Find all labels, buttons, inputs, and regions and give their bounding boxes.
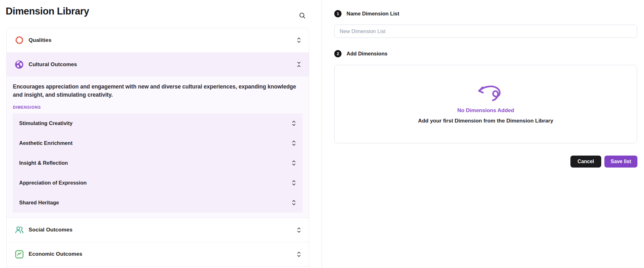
step-name-dimension-list: 1 Name Dimension List (334, 10, 399, 17)
save-list-button[interactable]: Save list (604, 156, 637, 168)
category-row-social-outcomes[interactable]: Social Outcomes (7, 218, 309, 242)
line-chart-icon (14, 249, 24, 259)
dimension-list-builder-screen: Dimension Library Qualities (0, 0, 644, 268)
empty-state-subtitle: Add your first Dimension from the Dimens… (418, 118, 553, 124)
category-row-cultural-outcomes[interactable]: Cultural Outcomes (7, 52, 309, 77)
dimension-row-aesthetic-enrichment[interactable]: Aesthetic Enrichment (13, 133, 303, 153)
category-label: Qualities (29, 37, 296, 43)
dimension-row-shared-heritage[interactable]: Shared Heritage (13, 193, 303, 213)
unfold-icon[interactable] (291, 120, 296, 127)
category-row-economic-outcomes[interactable]: Economic Outcomes (7, 242, 309, 266)
unfold-icon[interactable] (296, 227, 301, 233)
step-number-badge: 1 (334, 10, 341, 17)
step-add-dimensions: 2 Add Dimensions (334, 50, 387, 57)
people-icon (14, 225, 24, 235)
cultural-outcomes-panel: Encourages appreciation and engagement w… (7, 77, 309, 218)
category-section-cultural-outcomes: Cultural Outcomes Encourages appreciatio… (7, 52, 309, 218)
step-number-badge: 2 (334, 50, 341, 57)
builder-actions: Cancel Save list (334, 156, 637, 168)
unfold-icon[interactable] (291, 140, 296, 146)
dimension-row-stimulating-creativity[interactable]: Stimulating Creativity (13, 113, 303, 133)
dimensions-section-label: DIMENSIONS (13, 105, 303, 110)
dimension-list-name-input[interactable] (334, 25, 637, 38)
next-category-row-cutoff (7, 266, 309, 268)
globe-icon (14, 60, 24, 70)
dimensions-dropzone: No Dimensions Added Add your first Dimen… (334, 65, 637, 143)
dimension-row-insight-reflection[interactable]: Insight & Reflection (13, 153, 303, 173)
search-button[interactable] (297, 10, 308, 21)
dimension-library-card: Qualities (6, 28, 309, 268)
category-description: Encourages appreciation and engagement w… (13, 83, 302, 99)
dimension-library-pane: Dimension Library Qualities (0, 0, 322, 268)
unfold-icon[interactable] (296, 251, 301, 258)
dimension-name: Stimulating Creativity (19, 120, 291, 126)
category-label: Social Outcomes (29, 227, 296, 233)
dimension-list-builder-pane: 1 Name Dimension List 2 Add Dimensions N… (322, 0, 644, 268)
dimension-row-appreciation-of-expression[interactable]: Appreciation of Expression (13, 173, 303, 193)
dimension-name: Insight & Reflection (19, 160, 291, 166)
dimension-name: Aesthetic Enrichment (19, 140, 291, 146)
page-title: Dimension Library (6, 6, 89, 17)
empty-state-title: No Dimensions Added (457, 107, 514, 114)
unfold-icon[interactable] (296, 37, 301, 43)
category-label: Economic Outcomes (29, 251, 296, 257)
unfold-icon[interactable] (291, 160, 296, 166)
dimension-name: Appreciation of Expression (19, 180, 291, 186)
category-row-qualities[interactable]: Qualities (7, 28, 309, 52)
fold-icon[interactable] (296, 61, 301, 68)
seal-badge-icon (14, 35, 24, 45)
dimension-name: Shared Heritage (19, 200, 291, 206)
step-label: Add Dimensions (347, 51, 387, 57)
unfold-icon[interactable] (291, 199, 296, 206)
category-label: Cultural Outcomes (29, 61, 296, 68)
dimension-list: Stimulating Creativity Aesthetic Enrichm… (13, 113, 303, 213)
curly-arrow-icon (476, 84, 505, 103)
step-label: Name Dimension List (347, 11, 399, 17)
search-icon (298, 12, 307, 20)
cancel-button[interactable]: Cancel (570, 156, 601, 168)
unfold-icon[interactable] (291, 180, 296, 186)
